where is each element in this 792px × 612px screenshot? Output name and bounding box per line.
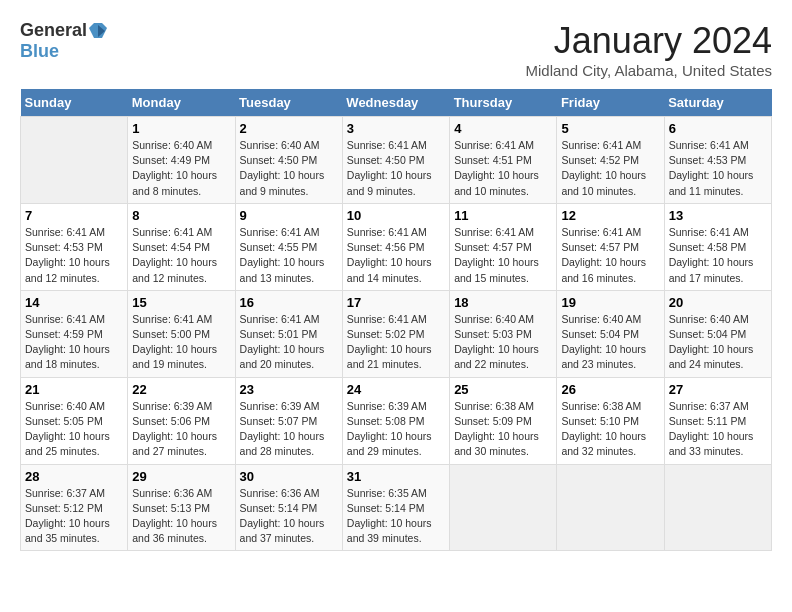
day-number: 25 (454, 382, 552, 397)
calendar-cell: 4Sunrise: 6:41 AM Sunset: 4:51 PM Daylig… (450, 117, 557, 204)
day-number: 24 (347, 382, 445, 397)
logo-blue-text: Blue (20, 41, 59, 61)
day-number: 18 (454, 295, 552, 310)
weekday-header: Saturday (664, 89, 771, 117)
location-title: Midland City, Alabama, United States (525, 62, 772, 79)
day-number: 12 (561, 208, 659, 223)
day-number: 14 (25, 295, 123, 310)
day-info: Sunrise: 6:40 AM Sunset: 4:50 PM Dayligh… (240, 138, 338, 199)
calendar-cell: 30Sunrise: 6:36 AM Sunset: 5:14 PM Dayli… (235, 464, 342, 551)
calendar-cell: 29Sunrise: 6:36 AM Sunset: 5:13 PM Dayli… (128, 464, 235, 551)
calendar-cell: 11Sunrise: 6:41 AM Sunset: 4:57 PM Dayli… (450, 203, 557, 290)
calendar-cell: 28Sunrise: 6:37 AM Sunset: 5:12 PM Dayli… (21, 464, 128, 551)
calendar-week-row: 14Sunrise: 6:41 AM Sunset: 4:59 PM Dayli… (21, 290, 772, 377)
calendar-cell: 7Sunrise: 6:41 AM Sunset: 4:53 PM Daylig… (21, 203, 128, 290)
day-info: Sunrise: 6:41 AM Sunset: 5:02 PM Dayligh… (347, 312, 445, 373)
day-info: Sunrise: 6:36 AM Sunset: 5:14 PM Dayligh… (240, 486, 338, 547)
day-info: Sunrise: 6:41 AM Sunset: 4:57 PM Dayligh… (561, 225, 659, 286)
day-info: Sunrise: 6:40 AM Sunset: 5:04 PM Dayligh… (669, 312, 767, 373)
day-info: Sunrise: 6:38 AM Sunset: 5:10 PM Dayligh… (561, 399, 659, 460)
day-number: 30 (240, 469, 338, 484)
day-number: 6 (669, 121, 767, 136)
calendar-cell: 31Sunrise: 6:35 AM Sunset: 5:14 PM Dayli… (342, 464, 449, 551)
calendar-cell: 24Sunrise: 6:39 AM Sunset: 5:08 PM Dayli… (342, 377, 449, 464)
day-info: Sunrise: 6:41 AM Sunset: 4:53 PM Dayligh… (669, 138, 767, 199)
day-number: 7 (25, 208, 123, 223)
calendar-header: SundayMondayTuesdayWednesdayThursdayFrid… (21, 89, 772, 117)
day-number: 1 (132, 121, 230, 136)
logo: General Blue (20, 20, 107, 62)
calendar-cell: 25Sunrise: 6:38 AM Sunset: 5:09 PM Dayli… (450, 377, 557, 464)
calendar-cell: 8Sunrise: 6:41 AM Sunset: 4:54 PM Daylig… (128, 203, 235, 290)
weekday-header: Monday (128, 89, 235, 117)
day-info: Sunrise: 6:41 AM Sunset: 4:54 PM Dayligh… (132, 225, 230, 286)
day-info: Sunrise: 6:35 AM Sunset: 5:14 PM Dayligh… (347, 486, 445, 547)
calendar-cell: 16Sunrise: 6:41 AM Sunset: 5:01 PM Dayli… (235, 290, 342, 377)
day-info: Sunrise: 6:41 AM Sunset: 4:56 PM Dayligh… (347, 225, 445, 286)
day-info: Sunrise: 6:41 AM Sunset: 4:59 PM Dayligh… (25, 312, 123, 373)
day-number: 22 (132, 382, 230, 397)
calendar-cell (664, 464, 771, 551)
weekday-header: Thursday (450, 89, 557, 117)
day-info: Sunrise: 6:37 AM Sunset: 5:12 PM Dayligh… (25, 486, 123, 547)
day-number: 17 (347, 295, 445, 310)
calendar-cell: 14Sunrise: 6:41 AM Sunset: 4:59 PM Dayli… (21, 290, 128, 377)
calendar-cell: 3Sunrise: 6:41 AM Sunset: 4:50 PM Daylig… (342, 117, 449, 204)
calendar-cell: 2Sunrise: 6:40 AM Sunset: 4:50 PM Daylig… (235, 117, 342, 204)
month-title: January 2024 (525, 20, 772, 62)
day-number: 27 (669, 382, 767, 397)
weekday-header: Tuesday (235, 89, 342, 117)
calendar-week-row: 7Sunrise: 6:41 AM Sunset: 4:53 PM Daylig… (21, 203, 772, 290)
day-number: 26 (561, 382, 659, 397)
calendar-cell: 19Sunrise: 6:40 AM Sunset: 5:04 PM Dayli… (557, 290, 664, 377)
calendar-table: SundayMondayTuesdayWednesdayThursdayFrid… (20, 89, 772, 551)
day-info: Sunrise: 6:36 AM Sunset: 5:13 PM Dayligh… (132, 486, 230, 547)
day-number: 10 (347, 208, 445, 223)
day-number: 20 (669, 295, 767, 310)
day-info: Sunrise: 6:40 AM Sunset: 5:03 PM Dayligh… (454, 312, 552, 373)
calendar-cell: 13Sunrise: 6:41 AM Sunset: 4:58 PM Dayli… (664, 203, 771, 290)
page-header: General Blue January 2024 Midland City, … (20, 20, 772, 79)
day-number: 5 (561, 121, 659, 136)
calendar-cell: 18Sunrise: 6:40 AM Sunset: 5:03 PM Dayli… (450, 290, 557, 377)
calendar-cell (557, 464, 664, 551)
day-number: 11 (454, 208, 552, 223)
calendar-cell: 1Sunrise: 6:40 AM Sunset: 4:49 PM Daylig… (128, 117, 235, 204)
calendar-cell: 5Sunrise: 6:41 AM Sunset: 4:52 PM Daylig… (557, 117, 664, 204)
day-info: Sunrise: 6:41 AM Sunset: 4:53 PM Dayligh… (25, 225, 123, 286)
day-number: 19 (561, 295, 659, 310)
calendar-week-row: 1Sunrise: 6:40 AM Sunset: 4:49 PM Daylig… (21, 117, 772, 204)
calendar-cell: 15Sunrise: 6:41 AM Sunset: 5:00 PM Dayli… (128, 290, 235, 377)
day-number: 15 (132, 295, 230, 310)
day-number: 4 (454, 121, 552, 136)
day-info: Sunrise: 6:40 AM Sunset: 5:04 PM Dayligh… (561, 312, 659, 373)
day-info: Sunrise: 6:40 AM Sunset: 5:05 PM Dayligh… (25, 399, 123, 460)
calendar-cell: 9Sunrise: 6:41 AM Sunset: 4:55 PM Daylig… (235, 203, 342, 290)
day-number: 2 (240, 121, 338, 136)
day-info: Sunrise: 6:38 AM Sunset: 5:09 PM Dayligh… (454, 399, 552, 460)
day-info: Sunrise: 6:41 AM Sunset: 5:01 PM Dayligh… (240, 312, 338, 373)
calendar-cell: 12Sunrise: 6:41 AM Sunset: 4:57 PM Dayli… (557, 203, 664, 290)
day-number: 31 (347, 469, 445, 484)
weekday-header: Sunday (21, 89, 128, 117)
day-info: Sunrise: 6:41 AM Sunset: 5:00 PM Dayligh… (132, 312, 230, 373)
calendar-cell: 17Sunrise: 6:41 AM Sunset: 5:02 PM Dayli… (342, 290, 449, 377)
day-number: 21 (25, 382, 123, 397)
day-info: Sunrise: 6:37 AM Sunset: 5:11 PM Dayligh… (669, 399, 767, 460)
calendar-cell: 10Sunrise: 6:41 AM Sunset: 4:56 PM Dayli… (342, 203, 449, 290)
calendar-cell (21, 117, 128, 204)
day-number: 29 (132, 469, 230, 484)
day-info: Sunrise: 6:41 AM Sunset: 4:51 PM Dayligh… (454, 138, 552, 199)
day-info: Sunrise: 6:41 AM Sunset: 4:52 PM Dayligh… (561, 138, 659, 199)
calendar-cell: 26Sunrise: 6:38 AM Sunset: 5:10 PM Dayli… (557, 377, 664, 464)
day-info: Sunrise: 6:40 AM Sunset: 4:49 PM Dayligh… (132, 138, 230, 199)
day-number: 13 (669, 208, 767, 223)
weekday-header: Wednesday (342, 89, 449, 117)
calendar-week-row: 28Sunrise: 6:37 AM Sunset: 5:12 PM Dayli… (21, 464, 772, 551)
calendar-cell: 22Sunrise: 6:39 AM Sunset: 5:06 PM Dayli… (128, 377, 235, 464)
calendar-week-row: 21Sunrise: 6:40 AM Sunset: 5:05 PM Dayli… (21, 377, 772, 464)
day-number: 9 (240, 208, 338, 223)
weekday-header: Friday (557, 89, 664, 117)
calendar-cell: 23Sunrise: 6:39 AM Sunset: 5:07 PM Dayli… (235, 377, 342, 464)
calendar-cell: 6Sunrise: 6:41 AM Sunset: 4:53 PM Daylig… (664, 117, 771, 204)
